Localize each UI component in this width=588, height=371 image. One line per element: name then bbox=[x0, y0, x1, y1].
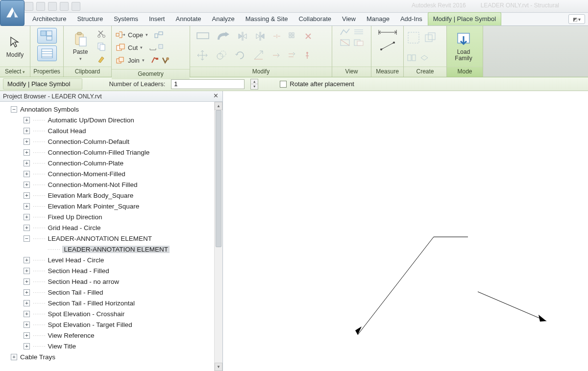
tree-node[interactable]: −·······LEADER-ANNOTATION ELEMENT bbox=[2, 233, 214, 244]
match-type-icon[interactable] bbox=[96, 54, 107, 65]
mirror-axis-icon[interactable] bbox=[237, 31, 248, 42]
panel-title-select[interactable]: Select bbox=[0, 67, 30, 77]
svg-rect-33 bbox=[292, 33, 294, 35]
rotate-after-placement-checkbox[interactable]: Rotate after placement bbox=[280, 80, 354, 88]
cut-icon[interactable] bbox=[96, 28, 107, 39]
create-group-icon[interactable] bbox=[407, 31, 420, 45]
tab-insert[interactable]: Insert bbox=[144, 12, 171, 25]
join-geometry-button[interactable]: Join▾ bbox=[116, 54, 169, 66]
tree-node[interactable]: +·······Connection-Column-Default bbox=[2, 136, 214, 147]
copy-modify-icon[interactable] bbox=[216, 49, 227, 61]
drawing-canvas[interactable] bbox=[223, 91, 588, 371]
tree-node[interactable]: +·······View Reference bbox=[2, 330, 214, 341]
tab-annotate[interactable]: Annotate bbox=[170, 12, 206, 25]
tree-node[interactable]: +·······View Title bbox=[2, 341, 214, 351]
tree-node[interactable]: +·······Elevation Mark Pointer_Square bbox=[2, 201, 214, 211]
tab-architecture[interactable]: Architecture bbox=[27, 12, 72, 25]
override-icon[interactable] bbox=[353, 39, 364, 46]
tree-node[interactable]: ·······LEADER-ANNOTATION ELEMENT bbox=[2, 244, 214, 255]
tree-scrollbar[interactable]: ▲ ▼ bbox=[214, 102, 222, 371]
cope-button[interactable]: Cope▾ bbox=[116, 29, 163, 41]
tab-structure[interactable]: Structure bbox=[72, 12, 108, 25]
delete-icon[interactable] bbox=[304, 32, 313, 41]
tab-manage[interactable]: Manage bbox=[361, 12, 395, 25]
quick-access-toolbar: Autodesk Revit 2016 LEADER ONLY.rvt - St… bbox=[0, 0, 588, 13]
extend-single-icon[interactable] bbox=[271, 51, 280, 60]
tree-node[interactable]: +·······Cable Trays bbox=[2, 351, 214, 362]
create-similar-icon[interactable] bbox=[423, 31, 437, 45]
svg-rect-58 bbox=[428, 33, 435, 40]
tree-node[interactable]: +·······Section Tail - Filled Horizontal bbox=[2, 298, 214, 308]
pin-icon[interactable] bbox=[303, 51, 312, 60]
application-menu-button[interactable] bbox=[0, 0, 24, 26]
thin-lines-icon[interactable] bbox=[353, 28, 364, 36]
tab-collaborate[interactable]: Collaborate bbox=[293, 12, 337, 25]
measure-icon[interactable] bbox=[379, 41, 396, 51]
tab-add-ins[interactable]: Add-Ins bbox=[395, 12, 428, 25]
svg-rect-15 bbox=[155, 34, 158, 38]
help-dropdown[interactable]: ◩ ▾ bbox=[568, 14, 585, 24]
array-icon[interactable] bbox=[288, 32, 297, 41]
tree-node[interactable]: +·······Section Tail - Filled bbox=[2, 287, 214, 298]
tree-node[interactable]: +·······Spot Elevation - Target Filled bbox=[2, 319, 214, 330]
svg-line-47 bbox=[341, 40, 349, 46]
tree-node[interactable]: +·······Callout Head bbox=[2, 125, 214, 136]
tab-systems[interactable]: Systems bbox=[108, 12, 144, 25]
tree-node[interactable]: +·······Section Head - no arrow bbox=[2, 276, 214, 287]
leaders-spinner[interactable]: ▲▼ bbox=[250, 79, 258, 90]
tree-node[interactable]: +·······Level Head - Circle bbox=[2, 255, 214, 265]
panel-title-modify: Modify bbox=[190, 67, 332, 77]
close-icon[interactable]: ✕ bbox=[212, 92, 220, 100]
tree-node[interactable]: +·······Connection-Moment-Filled bbox=[2, 168, 214, 179]
hide-icon[interactable] bbox=[340, 39, 350, 46]
options-bar: Modify | Place Symbol Number of Leaders:… bbox=[0, 77, 588, 91]
tab-massing-site[interactable]: Massing & Site bbox=[240, 12, 294, 25]
view-graphic-icon[interactable] bbox=[340, 28, 350, 36]
tree-node[interactable]: +·······Connection-Column-Plate bbox=[2, 158, 214, 168]
svg-point-54 bbox=[380, 48, 382, 50]
tab-view[interactable]: View bbox=[337, 12, 361, 25]
tree-node[interactable]: −·······Annotation Symbols bbox=[2, 104, 214, 115]
cut-geometry-button[interactable]: Cut▾ bbox=[116, 42, 164, 53]
move-icon[interactable] bbox=[196, 49, 209, 62]
tree-node[interactable]: +·······Grid Head - Circle bbox=[2, 222, 214, 233]
qat-open-icon[interactable] bbox=[24, 2, 33, 11]
tree-node[interactable]: +·······Spot Elevation - Crosshair bbox=[2, 308, 214, 319]
svg-rect-9 bbox=[79, 37, 86, 46]
offset-icon[interactable] bbox=[217, 31, 230, 42]
align-icon[interactable] bbox=[196, 31, 210, 42]
copy-icon[interactable] bbox=[96, 41, 107, 52]
type-selector-button[interactable] bbox=[37, 28, 57, 44]
aligned-dimension-icon[interactable] bbox=[377, 28, 398, 37]
paste-button[interactable]: Paste▾ bbox=[67, 28, 94, 65]
modify-tool-button[interactable]: Modify bbox=[3, 28, 27, 65]
create-parts-icon[interactable] bbox=[407, 54, 416, 62]
properties-palette-button[interactable] bbox=[37, 46, 57, 61]
tree-node[interactable]: +·······Elevation Mark Body_Square bbox=[2, 190, 214, 201]
svg-point-11 bbox=[103, 35, 105, 37]
svg-rect-14 bbox=[116, 33, 119, 36]
create-assembly-icon[interactable] bbox=[419, 54, 429, 62]
tree-node[interactable]: +·······Automatic Up/Down Direction bbox=[2, 115, 214, 125]
tree-node[interactable]: +·······Section Head - Filled bbox=[2, 265, 214, 276]
tab-modify-place-symbol[interactable]: Modify | Place Symbol bbox=[428, 12, 501, 25]
trim-icon[interactable] bbox=[253, 49, 265, 61]
tree-node[interactable]: +·······Connection-Column-Filled Triangl… bbox=[2, 147, 214, 158]
tree-node[interactable]: +·······Connection-Moment-Not Filled bbox=[2, 179, 214, 190]
load-family-button[interactable]: Load Family bbox=[450, 28, 477, 65]
mirror-draw-icon[interactable] bbox=[255, 31, 266, 42]
qat-redo-icon[interactable] bbox=[60, 2, 69, 11]
tab-analyze[interactable]: Analyze bbox=[207, 12, 240, 25]
split-icon[interactable] bbox=[272, 32, 281, 41]
qat-save-icon[interactable] bbox=[36, 2, 45, 11]
rotate-icon[interactable] bbox=[234, 49, 246, 61]
qat-undo-icon[interactable] bbox=[48, 2, 57, 11]
extend-multi-icon[interactable] bbox=[287, 51, 296, 60]
qat-print-icon[interactable] bbox=[72, 2, 80, 11]
svg-rect-13 bbox=[100, 45, 105, 50]
tree-node[interactable]: +·······Fixed Up Direction bbox=[2, 211, 214, 222]
project-browser-tree[interactable]: −·······Annotation Symbols+·······Automa… bbox=[0, 102, 214, 371]
svg-marker-66 bbox=[539, 315, 546, 322]
context-label: Modify | Place Symbol bbox=[3, 78, 82, 90]
leaders-count-input[interactable] bbox=[171, 79, 245, 89]
